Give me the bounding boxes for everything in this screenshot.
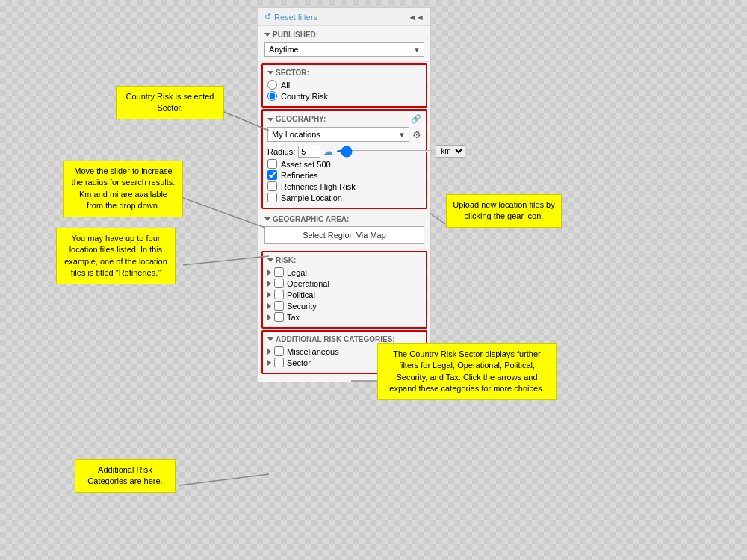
risk-security-item: Security xyxy=(267,301,421,311)
risk-triangle-icon xyxy=(267,258,273,262)
risk-tax-checkbox[interactable] xyxy=(274,312,284,322)
sector-tooltip: Country Risk is selected Sector. xyxy=(116,86,224,119)
risk-operational-label: Operational xyxy=(287,279,329,288)
risk-legal-item: Legal xyxy=(267,267,421,277)
refineries-high-risk-option: Refineries High Risk xyxy=(267,181,421,191)
filter-panel: ↺ Reset filters ◄◄ PUBLISHED: Anytime La… xyxy=(258,7,431,382)
additional-misc-expand-icon[interactable] xyxy=(267,349,271,355)
risk-tooltip-text: The Country Risk Sector displays further… xyxy=(389,349,544,393)
published-section: PUBLISHED: Anytime Last 24 hours Last we… xyxy=(258,26,430,62)
sector-all-label: All xyxy=(281,81,290,90)
sector-country-risk-radio[interactable] xyxy=(267,91,277,101)
gear-button[interactable]: ⚙ xyxy=(412,129,421,140)
panel-header: ↺ Reset filters ◄◄ xyxy=(258,8,430,26)
sample-location-checkbox[interactable] xyxy=(267,193,277,202)
reset-filters-label: Reset filters xyxy=(274,13,317,22)
sector-country-risk-option: Country Risk xyxy=(267,91,421,101)
geography-header: GEOGRAPHY: 🔗 xyxy=(267,114,421,124)
sector-tooltip-text: Country Risk is selected Sector. xyxy=(126,92,214,112)
risk-section: RISK: Legal Operational Political Securi… xyxy=(261,251,427,329)
asset-set-option: Asset set 500 xyxy=(267,159,421,169)
additional-risk-label: ADDITIONAL RISK CATEGORIES: xyxy=(267,335,421,343)
sector-triangle-icon xyxy=(267,71,273,75)
risk-security-checkbox[interactable] xyxy=(274,301,284,311)
geography-tooltip: Move the slider to increase the radius f… xyxy=(63,161,183,217)
reset-icon: ↺ xyxy=(264,12,271,22)
published-triangle-icon xyxy=(264,33,270,37)
geography-triangle-icon xyxy=(267,118,273,122)
select-region-button[interactable]: Select Region Via Map xyxy=(264,226,424,244)
additional-tooltip-text: Additional Risk Categories are here. xyxy=(87,465,162,485)
risk-tooltip: The Country Risk Sector displays further… xyxy=(377,343,557,400)
refineries-high-risk-checkbox[interactable] xyxy=(267,181,277,191)
risk-label: RISK: xyxy=(267,256,421,264)
additional-sector-checkbox[interactable] xyxy=(274,358,284,367)
reset-filters-button[interactable]: ↺ Reset filters xyxy=(264,12,317,22)
sector-label: SECTOR: xyxy=(267,69,421,77)
geography-select[interactable]: My Locations xyxy=(267,127,409,142)
risk-operational-expand-icon[interactable] xyxy=(267,281,271,287)
published-label: PUBLISHED: xyxy=(264,31,424,39)
risk-operational-checkbox[interactable] xyxy=(274,279,284,288)
link-icon: 🔗 xyxy=(411,114,421,124)
geography-section: GEOGRAPHY: 🔗 My Locations ▼ ⚙ Radius: ☁ … xyxy=(261,109,427,209)
cloud-icon: ☁ xyxy=(323,146,333,157)
additional-misc-label: Miscellaneous xyxy=(287,347,339,356)
risk-political-label: Political xyxy=(287,290,315,299)
radius-input[interactable] xyxy=(298,146,320,158)
sample-location-option: Sample Location xyxy=(267,193,421,202)
geographic-area-label: GEOGRAPHIC AREA: xyxy=(264,215,424,223)
radius-row: Radius: ☁ km mi xyxy=(267,145,421,158)
risk-security-expand-icon[interactable] xyxy=(267,303,271,309)
svg-line-3 xyxy=(183,256,269,265)
svg-line-2 xyxy=(430,213,445,224)
refineries-option: Refineries xyxy=(267,170,421,180)
sector-all-option: All xyxy=(267,80,421,90)
risk-operational-item: Operational xyxy=(267,279,421,288)
asset-set-checkbox[interactable] xyxy=(267,159,277,169)
gear-tooltip: Upload new location files by clicking th… xyxy=(446,194,562,228)
unit-select[interactable]: km mi xyxy=(436,145,465,158)
risk-legal-expand-icon[interactable] xyxy=(267,270,271,276)
locations-tooltip-text: You may have up to four location files l… xyxy=(64,234,167,277)
risk-security-label: Security xyxy=(287,302,317,311)
risk-tax-expand-icon[interactable] xyxy=(267,314,271,320)
refineries-label: Refineries xyxy=(281,171,318,180)
additional-tooltip: Additional Risk Categories are here. xyxy=(75,459,176,493)
additional-sector-expand-icon[interactable] xyxy=(267,360,271,366)
refineries-high-risk-label: Refineries High Risk xyxy=(281,182,356,191)
gear-tooltip-text: Upload new location files by clicking th… xyxy=(453,200,554,220)
risk-political-expand-icon[interactable] xyxy=(267,292,271,298)
locations-tooltip: You may have up to four location files l… xyxy=(56,228,176,284)
asset-set-label: Asset set 500 xyxy=(281,160,331,169)
additional-sector-label: Sector xyxy=(287,358,311,367)
refineries-checkbox[interactable] xyxy=(267,170,277,180)
geography-row: My Locations ▼ ⚙ xyxy=(267,127,421,142)
risk-legal-label: Legal xyxy=(287,268,307,277)
additional-risk-triangle-icon xyxy=(267,337,273,341)
risk-political-checkbox[interactable] xyxy=(274,290,284,299)
published-select[interactable]: Anytime Last 24 hours Last week Last mon… xyxy=(264,42,424,57)
radius-slider[interactable] xyxy=(336,150,433,152)
collapse-button[interactable]: ◄◄ xyxy=(408,13,424,22)
additional-misc-checkbox[interactable] xyxy=(274,346,284,356)
sector-all-radio[interactable] xyxy=(267,80,277,90)
risk-tax-item: Tax xyxy=(267,312,421,322)
svg-line-1 xyxy=(183,198,265,228)
sample-location-label: Sample Location xyxy=(281,193,342,202)
geo-area-triangle-icon xyxy=(264,217,270,221)
geographic-area-section: GEOGRAPHIC AREA: Select Region Via Map xyxy=(258,211,430,249)
svg-line-5 xyxy=(179,474,269,485)
sector-section: SECTOR: All Country Risk xyxy=(261,63,427,108)
sector-country-risk-label: Country Risk xyxy=(281,92,328,101)
risk-legal-checkbox[interactable] xyxy=(274,267,284,277)
published-select-wrapper: Anytime Last 24 hours Last week Last mon… xyxy=(264,42,424,57)
geography-tooltip-text: Move the slider to increase the radius f… xyxy=(72,167,176,210)
risk-political-item: Political xyxy=(267,290,421,299)
risk-tax-label: Tax xyxy=(287,313,300,322)
radius-label: Radius: xyxy=(267,147,295,156)
